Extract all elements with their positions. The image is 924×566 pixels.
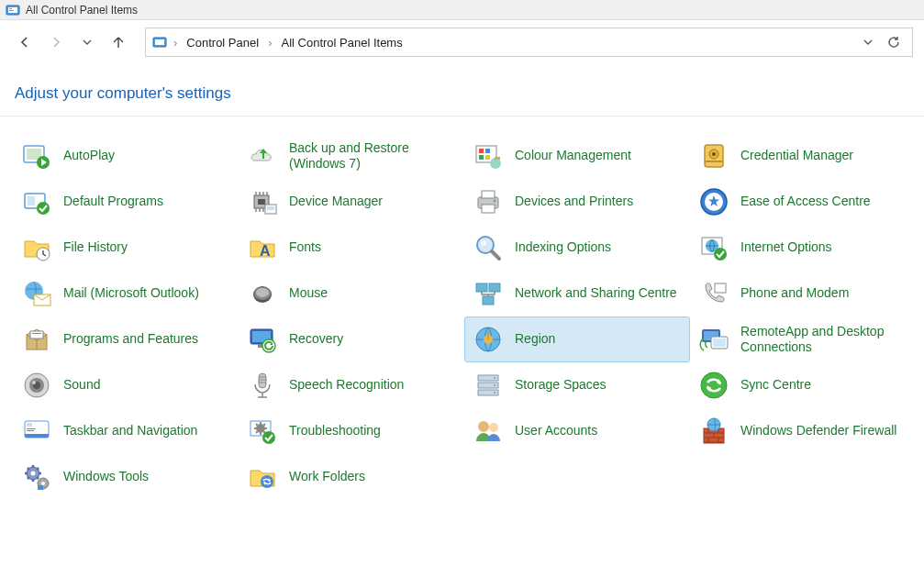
drives-icon bbox=[473, 370, 504, 401]
svg-rect-90 bbox=[38, 485, 43, 490]
svg-rect-11 bbox=[485, 149, 490, 153]
svg-point-81 bbox=[262, 431, 275, 444]
cp-item-sound[interactable]: Sound bbox=[13, 362, 239, 408]
sync-icon bbox=[698, 370, 729, 401]
svg-point-89 bbox=[41, 482, 45, 485]
chip-icon bbox=[247, 186, 278, 217]
svg-rect-48 bbox=[715, 283, 726, 293]
cp-item-work-folders[interactable]: Work Folders bbox=[239, 454, 464, 500]
cp-item-remoteapp-and-desktop-connections[interactable]: RemoteApp and Desktop Connections bbox=[690, 316, 916, 362]
cp-item-programs-and-features[interactable]: Programs and Features bbox=[13, 316, 239, 362]
back-button[interactable] bbox=[11, 28, 39, 56]
svg-rect-51 bbox=[32, 333, 41, 334]
cp-item-user-accounts[interactable]: User Accounts bbox=[464, 408, 690, 454]
cp-item-indexing-options[interactable]: Indexing Options bbox=[464, 225, 690, 271]
svg-rect-78 bbox=[27, 430, 34, 431]
cp-item-network-and-sharing-centre[interactable]: Network and Sharing Centre bbox=[464, 271, 690, 316]
window-title: All Control Panel Items bbox=[26, 4, 138, 17]
cp-item-speech-recognition[interactable]: Speech Recognition bbox=[239, 362, 464, 408]
item-label: Region bbox=[515, 331, 555, 348]
item-label: User Accounts bbox=[515, 423, 597, 439]
users-icon bbox=[473, 416, 504, 447]
cp-item-file-history[interactable]: File History bbox=[13, 225, 239, 271]
svg-point-83 bbox=[489, 423, 498, 432]
mouse-icon bbox=[247, 278, 278, 309]
phone-icon bbox=[698, 278, 729, 309]
cp-item-ease-of-access-centre[interactable]: Ease of Access Centre bbox=[690, 179, 916, 225]
item-label: Windows Tools bbox=[63, 469, 149, 485]
chevron-down-icon[interactable] bbox=[863, 37, 874, 48]
svg-point-65 bbox=[32, 381, 36, 384]
item-label: Mouse bbox=[289, 285, 328, 302]
svg-point-72 bbox=[494, 392, 495, 394]
ease-icon bbox=[698, 186, 729, 217]
network-icon bbox=[473, 278, 504, 309]
nav-row: › Control Panel › All Control Panel Item… bbox=[0, 20, 924, 64]
item-label: Sync Centre bbox=[740, 377, 811, 394]
mic-icon bbox=[247, 370, 278, 401]
svg-rect-46 bbox=[489, 283, 500, 292]
cp-item-autoplay[interactable]: AutoPlay bbox=[13, 133, 239, 179]
svg-point-22 bbox=[37, 202, 50, 215]
box-icon bbox=[21, 324, 52, 355]
svg-rect-5 bbox=[155, 39, 164, 45]
control-panel-grid: AutoPlayBack up and Restore (Windows 7)C… bbox=[0, 129, 924, 504]
svg-rect-3 bbox=[9, 10, 14, 11]
svg-point-39 bbox=[714, 248, 727, 261]
refresh-button[interactable] bbox=[886, 35, 901, 50]
cp-item-windows-tools[interactable]: Windows Tools bbox=[13, 454, 239, 500]
cp-item-devices-and-printers[interactable]: Devices and Printers bbox=[464, 179, 690, 225]
item-label: Programs and Features bbox=[63, 331, 198, 348]
svg-rect-45 bbox=[476, 283, 487, 292]
cp-item-windows-defender-firewall[interactable]: Windows Defender Firewall bbox=[690, 408, 916, 454]
cp-item-phone-and-modem[interactable]: Phone and Modem bbox=[690, 271, 916, 316]
cp-item-recovery[interactable]: Recovery bbox=[239, 316, 464, 362]
svg-rect-47 bbox=[483, 296, 494, 305]
cp-item-default-programs[interactable]: Default Programs bbox=[13, 179, 239, 225]
cp-item-troubleshooting[interactable]: Troubleshooting bbox=[239, 408, 464, 454]
breadcrumb-root[interactable]: Control Panel bbox=[183, 34, 262, 51]
forward-button[interactable] bbox=[42, 28, 70, 56]
item-label: Fonts bbox=[289, 239, 321, 256]
monitor-refresh-icon bbox=[247, 324, 278, 355]
printer-icon bbox=[473, 186, 504, 217]
gears-icon bbox=[21, 461, 52, 493]
breadcrumb-current[interactable]: All Control Panel Items bbox=[277, 34, 406, 51]
svg-rect-77 bbox=[27, 428, 36, 429]
cp-item-back-up-and-restore-windows-7[interactable]: Back up and Restore (Windows 7) bbox=[239, 133, 464, 179]
svg-rect-10 bbox=[479, 149, 484, 153]
svg-rect-2 bbox=[9, 8, 12, 9]
cp-item-sync-centre[interactable]: Sync Centre bbox=[690, 362, 916, 408]
item-label: Colour Management bbox=[515, 148, 631, 164]
svg-point-18 bbox=[712, 152, 716, 156]
globe-icon bbox=[698, 232, 729, 263]
svg-rect-76 bbox=[27, 423, 32, 427]
item-label: Phone and Modem bbox=[740, 285, 849, 302]
item-label: AutoPlay bbox=[63, 148, 115, 164]
svg-rect-28 bbox=[482, 191, 495, 198]
recent-locations-button[interactable] bbox=[73, 28, 101, 56]
cp-item-storage-spaces[interactable]: Storage Spaces bbox=[464, 362, 690, 408]
svg-rect-19 bbox=[705, 161, 723, 162]
item-label: Taskbar and Navigation bbox=[63, 423, 197, 439]
up-button[interactable] bbox=[105, 28, 132, 56]
svg-point-36 bbox=[481, 240, 486, 246]
svg-rect-21 bbox=[28, 196, 35, 205]
item-label: Storage Spaces bbox=[515, 377, 607, 394]
svg-rect-66 bbox=[259, 373, 266, 388]
taskbar-icon bbox=[21, 416, 52, 447]
cp-item-device-manager[interactable]: Device Manager bbox=[239, 179, 464, 225]
cp-item-internet-options[interactable]: Internet Options bbox=[690, 225, 916, 271]
cp-item-mail-microsoft-outlook[interactable]: Mail (Microsoft Outlook) bbox=[13, 271, 239, 316]
chevron-right-icon[interactable]: › bbox=[266, 36, 273, 50]
address-bar[interactable]: › Control Panel › All Control Panel Item… bbox=[145, 28, 913, 57]
cp-item-fonts[interactable]: AFonts bbox=[239, 225, 464, 271]
cp-item-taskbar-and-navigation[interactable]: Taskbar and Navigation bbox=[13, 408, 239, 454]
svg-point-30 bbox=[494, 200, 496, 203]
chevron-right-icon[interactable]: › bbox=[172, 36, 179, 50]
cp-item-mouse[interactable]: Mouse bbox=[239, 271, 464, 316]
cp-item-colour-management[interactable]: Colour Management bbox=[464, 133, 690, 179]
cp-item-region[interactable]: Region bbox=[464, 316, 690, 362]
cp-item-credential-manager[interactable]: Credential Manager bbox=[690, 133, 916, 179]
svg-rect-26 bbox=[267, 206, 274, 210]
